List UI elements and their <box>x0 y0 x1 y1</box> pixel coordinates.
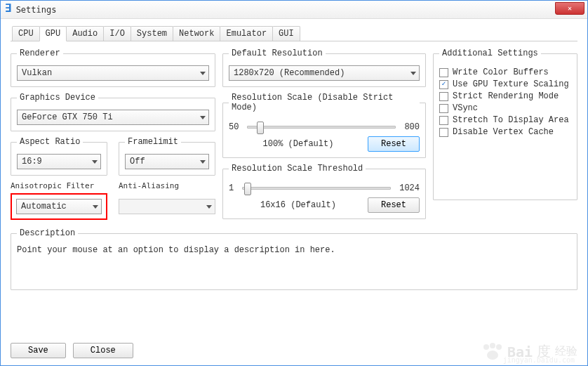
aa-wrapper: Anti-Aliasing <box>119 181 215 220</box>
res-scale-slider-row: 50 800 <box>229 122 420 132</box>
chk-label: Strict Rendering Mode <box>453 91 559 101</box>
framelimit-value: Off <box>130 157 145 166</box>
close-window-button[interactable]: ✕ <box>555 2 584 15</box>
watermark: Bai 度 经验 jingyan.baidu.com <box>482 342 577 361</box>
tab-cpu[interactable]: CPU <box>12 26 40 41</box>
bottom-buttons: Save Close <box>11 343 133 358</box>
aniso-wrapper: Anisotropic Filter Automatic <box>11 181 107 220</box>
checkbox-icon <box>439 68 448 77</box>
checkbox-icon <box>439 116 448 125</box>
aspect-ratio-group: Aspect Ratio 16:9 <box>11 137 107 176</box>
right-column: Additional Settings Write Color Buffers … <box>433 48 577 220</box>
chk-label: Write Color Buffers <box>453 67 549 77</box>
renderer-dropdown[interactable]: Vulkan <box>17 65 209 81</box>
description-label: Description <box>17 228 78 238</box>
watermark-suffix: 经验 <box>555 344 577 359</box>
aspect-ratio-dropdown[interactable]: 16:9 <box>17 154 101 169</box>
slider-thumb[interactable] <box>244 183 251 195</box>
titlebar: ∃ Settings ✕ <box>1 1 587 19</box>
tab-gpu[interactable]: GPU <box>39 26 67 41</box>
renderer-label: Renderer <box>17 48 63 58</box>
slider-thumb[interactable] <box>257 122 264 134</box>
settings-window: ∃ Settings ✕ CPU GPU Audio I/O System Ne… <box>0 0 588 366</box>
checkbox-icon <box>439 92 448 101</box>
chk-label: VSync <box>453 103 478 113</box>
aspect-framelimit-row: Aspect Ratio 16:9 Framelimit Off <box>11 137 215 176</box>
aniso-value: Automatic <box>21 202 67 211</box>
chk-label: Disable Vertex Cache <box>453 127 554 137</box>
res-thresh-reset-button[interactable]: Reset <box>368 197 420 213</box>
resolution-threshold-group: Resolution Scale Threshold 1 1024 16x16 … <box>222 164 426 219</box>
chk-label: Use GPU Texture Scaling <box>453 79 569 89</box>
middle-column: Default Resolution 1280x720 (Recommended… <box>222 48 426 220</box>
paw-icon <box>482 344 503 360</box>
chevron-down-icon <box>93 205 98 209</box>
resolution-scale-label: Resolution Scale (Disable Strict Mode) <box>229 93 420 112</box>
res-thresh-min: 1 <box>229 183 234 193</box>
res-scale-value: 100% (Default) <box>229 139 368 149</box>
res-scale-reset-button[interactable]: Reset <box>368 136 420 152</box>
graphics-device-value: GeForce GTX 750 Ti <box>22 112 113 122</box>
aa-dropdown[interactable] <box>119 199 215 214</box>
default-resolution-value: 1280x720 (Recommended) <box>234 68 345 78</box>
res-thresh-max: 1024 <box>399 183 420 193</box>
aniso-highlight: Automatic <box>11 193 107 220</box>
chk-gpu-texture-scaling[interactable]: ✓ Use GPU Texture Scaling <box>439 79 571 89</box>
tab-emulator[interactable]: Emulator <box>220 26 273 41</box>
main-row: Renderer Vulkan Graphics Device GeForce … <box>11 48 577 220</box>
checkbox-icon <box>439 104 448 113</box>
tab-network[interactable]: Network <box>173 26 220 41</box>
res-thresh-slider[interactable] <box>242 187 391 190</box>
res-thresh-value: 16x16 (Default) <box>229 200 368 210</box>
default-resolution-group: Default Resolution 1280x720 (Recommended… <box>222 48 426 87</box>
chevron-down-icon <box>200 72 206 75</box>
description-text: Point your mouse at an option to display… <box>17 245 571 255</box>
chevron-down-icon <box>200 160 206 164</box>
graphics-device-group: Graphics Device GeForce GTX 750 Ti <box>11 93 215 131</box>
res-thresh-slider-row: 1 1024 <box>229 183 420 193</box>
additional-settings-label: Additional Settings <box>439 48 541 58</box>
framelimit-group: Framelimit Off <box>119 137 215 176</box>
aspect-ratio-value: 16:9 <box>22 157 42 166</box>
chk-disable-vertex-cache[interactable]: Disable Vertex Cache <box>439 127 571 137</box>
tab-bar: CPU GPU Audio I/O System Network Emulato… <box>11 26 577 41</box>
chevron-down-icon <box>410 72 416 75</box>
resolution-threshold-label: Resolution Scale Threshold <box>229 164 366 174</box>
chk-label: Stretch To Display Area <box>453 115 569 125</box>
default-resolution-dropdown[interactable]: 1280x720 (Recommended) <box>229 65 420 81</box>
res-scale-max: 800 <box>404 122 420 132</box>
res-scale-slider[interactable] <box>247 126 396 129</box>
watermark-main: Bai <box>507 344 533 360</box>
watermark-sub: jingyan.baidu.com <box>503 356 575 364</box>
renderer-group: Renderer Vulkan <box>11 48 215 87</box>
graphics-device-dropdown[interactable]: GeForce GTX 750 Ti <box>17 110 209 125</box>
additional-settings-group: Additional Settings Write Color Buffers … <box>433 48 577 200</box>
description-group: Description Point your mouse at an optio… <box>11 228 577 290</box>
save-button[interactable]: Save <box>11 343 66 358</box>
res-scale-reset-row: 100% (Default) Reset <box>229 136 420 152</box>
tab-io[interactable]: I/O <box>103 26 131 41</box>
chevron-down-icon <box>92 160 98 164</box>
chk-stretch-display[interactable]: Stretch To Display Area <box>439 115 571 125</box>
chk-strict-rendering[interactable]: Strict Rendering Mode <box>439 91 571 101</box>
tab-gui[interactable]: GUI <box>272 26 300 41</box>
chevron-down-icon <box>206 205 212 209</box>
aniso-dropdown[interactable]: Automatic <box>16 199 102 214</box>
chk-write-color-buffers[interactable]: Write Color Buffers <box>439 67 571 77</box>
aspect-ratio-label: Aspect Ratio <box>17 137 83 147</box>
checkbox-icon <box>439 128 448 137</box>
resolution-scale-group: Resolution Scale (Disable Strict Mode) 5… <box>222 93 426 158</box>
close-button[interactable]: Close <box>73 343 133 358</box>
renderer-value: Vulkan <box>22 68 52 78</box>
aniso-label: Anisotropic Filter <box>11 181 107 190</box>
res-scale-min: 50 <box>229 122 239 132</box>
window-title: Settings <box>16 5 57 15</box>
left-column: Renderer Vulkan Graphics Device GeForce … <box>11 48 215 220</box>
framelimit-label: Framelimit <box>125 137 181 147</box>
framelimit-dropdown[interactable]: Off <box>125 154 209 169</box>
tab-system[interactable]: System <box>131 26 173 41</box>
chk-vsync[interactable]: VSync <box>439 103 571 113</box>
graphics-device-label: Graphics Device <box>17 93 98 103</box>
tab-audio[interactable]: Audio <box>66 26 104 41</box>
aa-label: Anti-Aliasing <box>119 181 215 190</box>
